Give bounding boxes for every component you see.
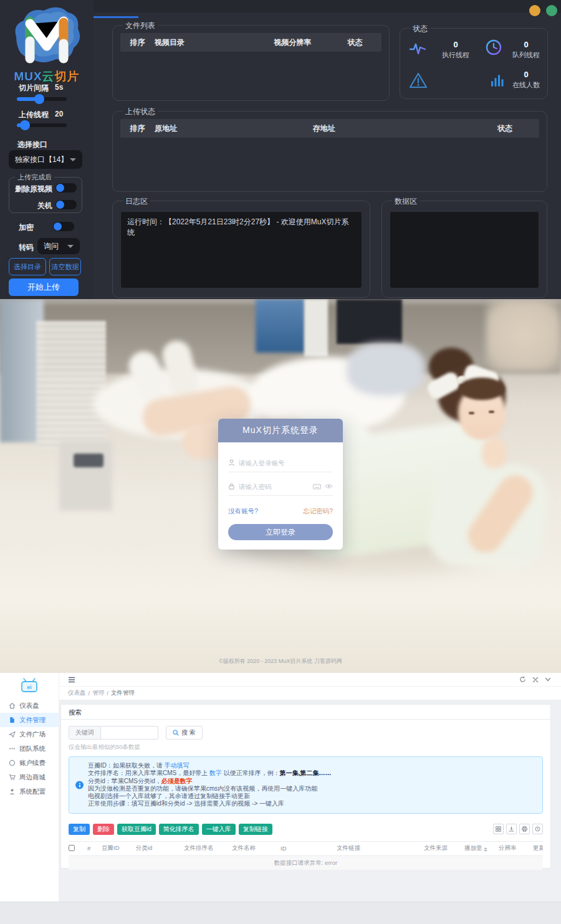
login-account-input[interactable]: [239, 459, 333, 467]
login-password-input[interactable]: [239, 483, 309, 490]
sort-icon[interactable]: [484, 847, 487, 852]
file-list-panel: 文件列表 排序 视频目录 视频分辨率 状态: [112, 25, 390, 101]
data-output: [390, 211, 539, 288]
circle-icon: [9, 760, 16, 766]
column-header: 更新时间: [533, 844, 543, 852]
choose-directory-button[interactable]: 选择目录: [9, 258, 46, 275]
search-button[interactable]: 搜 索: [166, 726, 203, 740]
encrypt-toggle[interactable]: [53, 222, 74, 231]
sidebar-item-file-management[interactable]: 文件管理: [0, 713, 59, 727]
keyword-input[interactable]: [101, 726, 158, 740]
share-icon: [9, 731, 16, 738]
log-line: 运行时间：【2022年5月21日23时2分27秒】 - 欢迎使用MuX切片系统: [127, 217, 348, 237]
export-button[interactable]: [506, 824, 517, 834]
search-hint: 仅会输出最相似的50条数据: [69, 743, 543, 751]
running-threads-label: 执行线程: [433, 50, 479, 60]
bedroom-photo-background: MuX切片系统登录 没有账号? 忘记密码? 立即登录 ©版权所有 2020 - …: [0, 299, 561, 673]
sidebar-item-account-renewal[interactable]: 账户续费: [0, 756, 59, 770]
column-header: 分类id: [136, 844, 184, 852]
column-header: 原地址: [155, 123, 313, 134]
admin-footer: [0, 902, 561, 924]
more-dropdown-button[interactable]: [545, 676, 551, 683]
window-minimize-button[interactable]: [529, 5, 540, 16]
admin-content: 搜索 关键词 搜 索 仅会输出最相似的50条数据 豆瓣ID：如果获取失败，请 手…: [59, 700, 561, 924]
search-section-title: 搜索: [61, 705, 550, 720]
slice-interval-value: 5s: [55, 83, 63, 92]
copy-link-button[interactable]: 复制链接: [239, 824, 272, 835]
upload-threads-slider[interactable]: [17, 123, 67, 127]
hamburger-icon: [68, 677, 75, 683]
sidebar-item-dashboard[interactable]: 仪表盘: [0, 698, 59, 713]
sidebar-item-system-config[interactable]: 系统配置: [0, 784, 59, 799]
app-sidebar: MUX云切片 切片间隔 5s 上传线程 20 选择接口 独家接口【14】 上传完…: [0, 0, 94, 299]
active-tab-indicator: [94, 16, 138, 18]
slice-interval-slider[interactable]: [17, 97, 67, 101]
one-click-import-button[interactable]: 一键入库: [202, 824, 236, 835]
keyboard-icon[interactable]: [313, 483, 321, 490]
close-tab-button[interactable]: [532, 676, 539, 683]
breadcrumb-item[interactable]: 仪表盘: [68, 689, 86, 697]
notice-alert: 豆瓣ID：如果获取失败，请 手动填写 文件排序名：用来入库苹果CMS，最好带上 …: [69, 756, 543, 814]
clock-icon: [485, 39, 502, 56]
sidebar-item-label: 团队系统: [19, 745, 46, 753]
login-submit-button[interactable]: 立即登录: [228, 524, 333, 540]
online-users-value: 0: [506, 70, 546, 79]
data-table-header: # 豆瓣ID 分类id 文件排序名 文件名称 ID 文件链接 文件来源 播放量 …: [69, 841, 543, 856]
breadcrumb-item[interactable]: 管理: [92, 689, 104, 697]
interface-select[interactable]: 独家接口【14】: [9, 150, 82, 169]
login-card: MuX切片系统登录 没有账号? 忘记密码? 立即登录: [218, 419, 343, 550]
sidebar-item-team-system[interactable]: 团队系统: [0, 741, 59, 756]
delete-button[interactable]: 删除: [93, 824, 114, 835]
table-empty-message: 数据接口请求异常: error: [69, 856, 543, 870]
manual-fill-link[interactable]: 手动填写: [165, 762, 189, 769]
simplify-sort-name-button[interactable]: 简化排序名: [159, 824, 199, 835]
copy-button[interactable]: 复制: [69, 824, 90, 835]
running-threads-value: 0: [433, 40, 479, 49]
start-upload-button[interactable]: 开始上传: [9, 279, 79, 296]
ellipsis-icon: [9, 745, 16, 752]
after-upload-label: 上传完成后: [15, 173, 54, 182]
notice-text: 必须是数字: [161, 778, 193, 784]
column-header: 视频分辨率: [257, 37, 328, 48]
notice-text: 分类id：苹果CMS分类id，: [88, 778, 161, 784]
print-button[interactable]: [519, 824, 530, 834]
eye-icon[interactable]: [325, 483, 333, 489]
no-account-link[interactable]: 没有账号?: [228, 507, 258, 516]
file-list-table-header: 排序 视频目录 视频分辨率 状态: [120, 33, 381, 52]
app-titlebar: [94, 0, 561, 12]
clear-data-button[interactable]: 清空数据: [49, 258, 81, 275]
encrypt-label: 加密: [19, 222, 34, 233]
forgot-password-link[interactable]: 忘记密码?: [303, 507, 333, 516]
refresh-button[interactable]: [519, 676, 526, 683]
sidebar-item-label: 账户续费: [19, 759, 46, 768]
sidebar-item-label: 周边商城: [19, 773, 46, 782]
admin-topbar: [59, 673, 561, 687]
column-header: 文件来源: [424, 844, 464, 852]
interface-select-value: 独家接口【14】: [15, 155, 68, 165]
admin-sidebar: ei 仪表盘 文件管理 文件广场 团队系统 账户续费 周边商城 系统配置: [0, 673, 59, 902]
sidebar-item-file-plaza[interactable]: 文件广场: [0, 727, 59, 741]
fetch-douban-id-button[interactable]: 获取豆瓣id: [117, 824, 156, 835]
status-panel: 状态 0 执行线程 0 队列线程 0 在线人数: [400, 28, 548, 99]
column-header-sortable[interactable]: 播放量: [464, 844, 499, 852]
photo-nightstand: [59, 441, 112, 511]
photo-glass-panel: [256, 299, 305, 353]
column-header: 状态: [328, 37, 381, 48]
shutdown-toggle[interactable]: [55, 200, 77, 209]
hamburger-menu-button[interactable]: [68, 677, 75, 683]
photo-lamp-glow: [486, 299, 561, 371]
lock-icon: [228, 483, 235, 490]
transcode-select[interactable]: 询问: [37, 238, 80, 254]
sidebar-item-label: 文件管理: [19, 716, 46, 725]
columns-toggle-button[interactable]: [493, 824, 504, 834]
user-icon: [228, 459, 235, 466]
slice-interval-label: 切片间隔: [19, 83, 49, 93]
select-all-checkbox[interactable]: [69, 845, 75, 851]
sidebar-item-mall[interactable]: 周边商城: [0, 770, 59, 784]
delete-original-toggle[interactable]: [55, 183, 77, 193]
column-header: 播放量: [464, 844, 482, 851]
upload-threads-value: 20: [55, 110, 63, 118]
column-header: 排序: [120, 123, 155, 134]
window-close-button[interactable]: [546, 5, 557, 16]
table-refresh-button[interactable]: [532, 824, 543, 834]
